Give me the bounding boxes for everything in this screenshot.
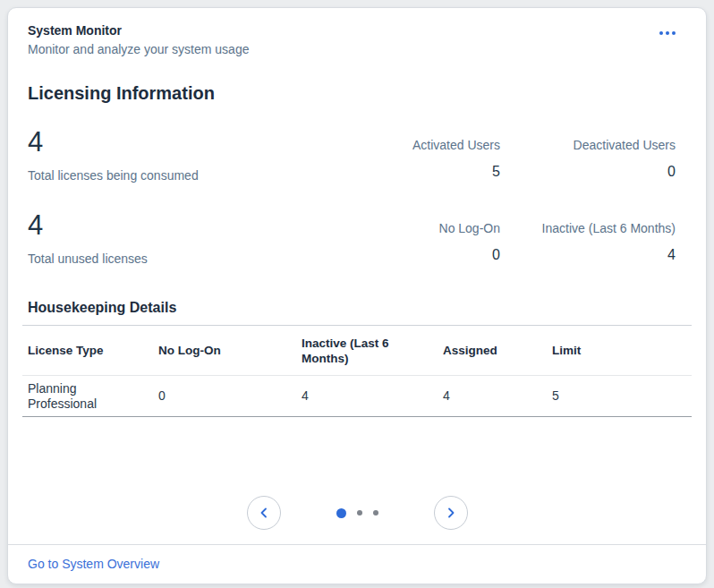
stat-main-unused: 4 Total unused licenses (28, 209, 296, 267)
carousel-dots (336, 508, 378, 518)
system-monitor-card: System Monitor Monitor and analyze your … (7, 7, 707, 584)
cell-limit: 5 (547, 376, 692, 417)
metric-inactive: Inactive (Last 6 Months) 4 (532, 221, 676, 263)
housekeeping-title: Housekeeping Details (22, 300, 692, 316)
unused-licenses-label: Total unused licenses (28, 251, 296, 267)
metric-activated-users: Activated Users 5 (357, 138, 500, 180)
column-header-assigned: Assigned (438, 326, 547, 376)
consumed-licenses-label: Total licenses being consumed (28, 168, 296, 183)
metric-value: 5 (357, 163, 500, 180)
carousel (22, 496, 692, 530)
table-row: Planning Professional 0 4 4 5 (22, 376, 692, 417)
cell-no-logon: 0 (153, 376, 296, 417)
metric-value: 0 (532, 163, 676, 180)
stat-row-unused: 4 Total unused licenses No Log-On 0 Inac… (22, 209, 692, 267)
section-title: Licensing Information (22, 83, 692, 104)
card-title: System Monitor (28, 22, 656, 38)
chevron-right-icon (445, 507, 457, 519)
housekeeping-table: License Type No Log-On Inactive (Last 6 … (22, 325, 692, 417)
system-overview-link[interactable]: Go to System Overview (28, 556, 159, 572)
header-titles: System Monitor Monitor and analyze your … (22, 22, 656, 58)
carousel-dot[interactable] (336, 508, 346, 518)
consumed-licenses-value: 4 (28, 125, 296, 159)
ellipsis-menu-icon[interactable] (656, 24, 679, 42)
chevron-left-icon (258, 507, 270, 519)
metric-value: 0 (357, 246, 500, 263)
metric-label: Inactive (Last 6 Months) (532, 221, 676, 236)
column-header-license-type: License Type (22, 326, 153, 376)
cell-license-type: Planning Professional (22, 376, 153, 417)
card-footer: Go to System Overview (8, 544, 706, 584)
metric-deactivated-users: Deactivated Users 0 (532, 138, 676, 180)
unused-licenses-value: 4 (28, 209, 296, 243)
card-subtitle: Monitor and analyze your system usage (28, 40, 656, 58)
card-header: System Monitor Monitor and analyze your … (22, 22, 692, 58)
table-header-row: License Type No Log-On Inactive (Last 6 … (22, 326, 692, 376)
stat-metrics-consumed: Activated Users 5 Deactivated Users 0 (357, 138, 692, 180)
stat-row-consumed: 4 Total licenses being consumed Activate… (22, 125, 692, 183)
column-header-limit: Limit (547, 326, 692, 376)
column-header-inactive: Inactive (Last 6 Months) (296, 326, 438, 376)
metric-value: 4 (532, 246, 676, 263)
card-body: System Monitor Monitor and analyze your … (8, 8, 706, 533)
stat-metrics-unused: No Log-On 0 Inactive (Last 6 Months) 4 (357, 221, 692, 263)
metric-label: Deactivated Users (532, 138, 676, 153)
carousel-dot[interactable] (357, 510, 362, 516)
cell-assigned: 4 (438, 376, 547, 417)
cell-inactive: 4 (296, 376, 438, 417)
carousel-dot[interactable] (373, 510, 378, 516)
carousel-next-button[interactable] (434, 496, 468, 530)
stat-main-consumed: 4 Total licenses being consumed (28, 125, 296, 183)
metric-label: Activated Users (357, 138, 500, 153)
metric-label: No Log-On (357, 221, 500, 236)
metric-no-logon: No Log-On 0 (357, 221, 500, 263)
column-header-no-logon: No Log-On (153, 326, 296, 376)
carousel-prev-button[interactable] (247, 496, 281, 530)
